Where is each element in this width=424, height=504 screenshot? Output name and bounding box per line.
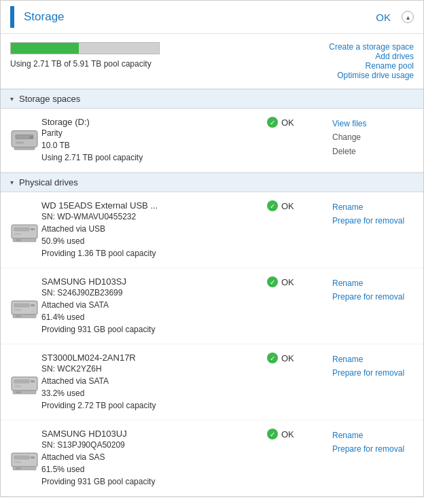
drive-sn-0: SN: WD-WMAVU0455232 (41, 211, 256, 223)
panel-header: Storage OK ▴ (1, 1, 423, 34)
physical-drives-chevron-icon: ▾ (10, 179, 14, 186)
header-right: OK ▴ (376, 11, 414, 23)
drive-actions-1: Rename Prepare for removal (332, 276, 414, 304)
physical-drive-item: SAMSUNG HD103UJ SN: S13PJ90QA50209 Attac… (1, 420, 423, 497)
drive-usage-pct-3: 61.5% used (41, 463, 256, 475)
pool-info: Using 2.71 TB of 5.91 TB pool capacity (10, 42, 160, 69)
storage-spaces-chevron-icon: ▾ (10, 95, 14, 103)
drive-info-2: ST3000LM024-2AN17R SN: WCK2YZ6H Attached… (41, 353, 256, 412)
drive-status-text-2: OK (281, 353, 294, 363)
drive-status-icon-2: ✓ (267, 353, 278, 363)
check-icon-0: ✓ (270, 202, 275, 210)
hdd-icon-1 (10, 297, 36, 316)
drive-status-icon-1: ✓ (267, 276, 278, 287)
svg-rect-25 (31, 456, 35, 458)
check-icon: ✓ (270, 119, 275, 126)
storage-space-size: 10.0 TB (41, 139, 256, 151)
drive-status-3: ✓ OK (267, 429, 321, 439)
svg-rect-18 (14, 380, 29, 383)
drive-status-1: ✓ OK (267, 276, 321, 287)
drive-model-2: ST3000LM024-2AN17R (41, 353, 256, 363)
optimise-drive-usage-link[interactable]: Optimise drive usage (329, 71, 414, 80)
pool-capacity-text: Using 2.71 TB of 5.91 TB pool capacity (10, 59, 152, 69)
pool-actions: Create a storage space Add drives Rename… (329, 42, 414, 80)
drive-providing-1: Providing 931 GB pool capacity (41, 323, 256, 336)
svg-rect-16 (16, 315, 21, 317)
hdd-svg-2 (10, 373, 39, 396)
drive-model-3: SAMSUNG HD103UJ (41, 429, 256, 439)
storage-spaces-section-header[interactable]: ▾ Storage spaces (1, 89, 423, 109)
storage-space-status-text: OK (281, 118, 294, 128)
svg-rect-22 (16, 391, 21, 393)
rename-link-3[interactable]: Rename (332, 429, 414, 442)
rename-pool-link[interactable]: Rename pool (329, 61, 414, 71)
svg-rect-26 (14, 461, 21, 463)
check-icon-2: ✓ (270, 355, 275, 362)
add-drives-link[interactable]: Add drives (329, 52, 414, 61)
svg-rect-11 (12, 301, 37, 314)
drive-status-0: ✓ OK (267, 200, 321, 211)
drive-connection-0: Attached via USB (41, 223, 256, 235)
create-storage-space-link[interactable]: Create a storage space (329, 42, 414, 52)
storage-space-status: ✓ OK (267, 117, 321, 128)
change-link[interactable]: Change (332, 130, 414, 144)
delete-link[interactable]: Delete (332, 145, 414, 158)
svg-rect-28 (16, 467, 21, 469)
physical-drives-label: Physical drives (19, 177, 78, 187)
drive-status-2: ✓ OK (267, 353, 321, 363)
storage-icon-svg (10, 128, 39, 151)
drive-sn-2: SN: WCK2YZ6H (41, 363, 256, 375)
svg-rect-6 (14, 228, 29, 231)
svg-rect-14 (14, 309, 21, 311)
drive-usage-pct-2: 33.2% used (41, 387, 256, 399)
storage-panel: Storage OK ▴ Using 2.71 TB of 5.91 TB po… (0, 0, 424, 497)
hdd-svg-1 (10, 297, 39, 320)
physical-drives-section-header[interactable]: ▾ Physical drives (1, 173, 423, 192)
pool-section: Using 2.71 TB of 5.91 TB pool capacity C… (1, 34, 423, 89)
storage-space-item: Storage (D:) Parity 10.0 TB Using 2.71 T… (1, 109, 423, 173)
storage-space-info: Storage (D:) Parity 10.0 TB Using 2.71 T… (41, 117, 256, 164)
rename-link-2[interactable]: Rename (332, 353, 414, 366)
hdd-svg-3 (10, 449, 39, 472)
drive-providing-2: Providing 2.72 TB pool capacity (41, 399, 256, 412)
drive-providing-0: Providing 1.36 TB pool capacity (41, 247, 256, 259)
prepare-removal-link-3[interactable]: Prepare for removal (332, 442, 414, 456)
svg-rect-8 (14, 233, 21, 235)
drive-status-icon-0: ✓ (267, 200, 278, 211)
check-icon-1: ✓ (270, 278, 275, 286)
rename-link-0[interactable]: Rename (332, 200, 414, 214)
rename-link-1[interactable]: Rename (332, 276, 414, 290)
storage-space-actions: View files Change Delete (332, 117, 414, 158)
storage-space-usage: Using 2.71 TB pool capacity (41, 151, 256, 164)
drive-model-0: WD 15EADS External USB ... (41, 200, 256, 211)
drive-sn-1: SN: S246J90ZB23699 (41, 287, 256, 299)
pool-progress-fill (11, 43, 79, 54)
svg-rect-20 (14, 385, 21, 387)
svg-rect-24 (14, 456, 29, 459)
drive-info-1: SAMSUNG HD103SJ SN: S246J90ZB23699 Attac… (41, 276, 256, 336)
svg-rect-19 (31, 380, 35, 382)
storage-space-name: Storage (D:) (41, 117, 256, 127)
svg-rect-23 (12, 453, 37, 467)
prepare-removal-link-1[interactable]: Prepare for removal (332, 290, 414, 304)
hdd-icon-2 (10, 373, 36, 392)
svg-rect-7 (31, 228, 35, 230)
collapse-button[interactable]: ▴ (402, 11, 414, 23)
prepare-removal-link-2[interactable]: Prepare for removal (332, 366, 414, 380)
drive-status-text-1: OK (281, 277, 294, 287)
physical-drive-item: WD 15EADS External USB ... SN: WD-WMAVU0… (1, 192, 423, 268)
svg-rect-4 (14, 147, 35, 149)
drive-model-1: SAMSUNG HD103SJ (41, 276, 256, 287)
drive-info-0: WD 15EADS External USB ... SN: WD-WMAVU0… (41, 200, 256, 259)
prepare-removal-link-0[interactable]: Prepare for removal (332, 214, 414, 228)
drive-usage-pct-0: 50.9% used (41, 235, 256, 247)
svg-rect-13 (31, 304, 35, 306)
check-icon-3: ✓ (270, 431, 275, 438)
physical-drive-item: ST3000LM024-2AN17R SN: WCK2YZ6H Attached… (1, 344, 423, 420)
view-files-link[interactable]: View files (332, 117, 414, 130)
header-left: Storage (10, 6, 65, 28)
drive-actions-0: Rename Prepare for removal (332, 200, 414, 228)
drive-connection-3: Attached via SAS (41, 451, 256, 463)
storage-spaces-label: Storage spaces (19, 94, 80, 104)
header-status: OK (376, 12, 391, 23)
